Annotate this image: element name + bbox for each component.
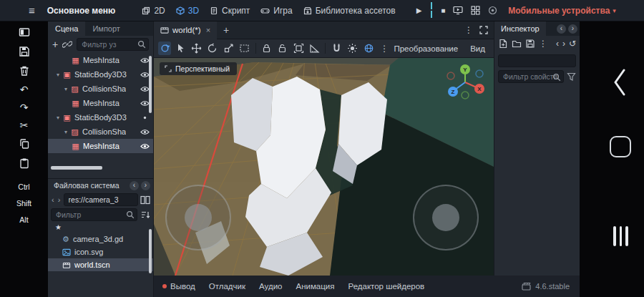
property-filter-field[interactable]	[498, 70, 564, 83]
expand-viewport-icon[interactable]	[479, 26, 488, 34]
sort-files-icon[interactable]	[141, 210, 150, 219]
snap-magnet-button[interactable]	[330, 42, 343, 55]
history-forward-icon[interactable]: ›	[562, 39, 565, 48]
tab-inspector[interactable]: Инспектор	[494, 21, 546, 36]
right-virtual-joystick[interactable]	[413, 185, 479, 250]
path-input[interactable]	[64, 193, 138, 206]
play-button[interactable]: ▶	[416, 7, 422, 14]
rotate-tool-button[interactable]	[206, 42, 219, 55]
instance-scene-button[interactable]	[62, 39, 72, 49]
undo-button[interactable]: ↶	[20, 84, 29, 94]
copy-button[interactable]	[19, 138, 30, 150]
tree-row-static-body[interactable]: ▾ ▣ StaticBody3D3	[48, 110, 153, 125]
paste-clipboard-button[interactable]	[19, 157, 30, 169]
box-select-tool-button[interactable]	[238, 42, 250, 55]
workspace-assetlib-button[interactable]: Библиотека ассетов	[303, 6, 396, 16]
file-filter-field[interactable]	[51, 208, 137, 221]
node-filter-field[interactable]	[77, 38, 149, 51]
viewport-menu-dots-icon[interactable]: ⋮	[378, 42, 391, 55]
android-back-chevron-icon[interactable]	[613, 69, 627, 96]
workspace-2d-button[interactable]: 2D	[142, 6, 165, 16]
resource-extra-menu-icon[interactable]: ⋮	[539, 39, 547, 48]
transform-menu[interactable]: Преобразование	[394, 44, 458, 53]
scene-tab-world[interactable]: world(*) ×	[154, 21, 217, 39]
tree-row-mesh-instance-selected[interactable]: ▦ MeshInsta	[48, 139, 153, 153]
visibility-eye-icon[interactable]	[140, 143, 150, 150]
debug-target-button[interactable]: Мобильные устройства ▾	[508, 6, 616, 16]
tree-row-collision-shape[interactable]: ▾ ▨ CollisionSha	[48, 125, 153, 139]
path-back-icon[interactable]: ‹	[51, 195, 55, 204]
modifier-key-shift[interactable]: Shift	[16, 199, 31, 208]
play-custom-scene-button[interactable]	[471, 6, 480, 15]
android-gesture-square-icon[interactable]	[610, 136, 631, 157]
filesystem-vertical-scrollbar[interactable]	[149, 229, 152, 273]
lock-button[interactable]	[260, 42, 273, 55]
main-menu-button[interactable]: Основное меню	[47, 6, 116, 16]
file-filter-input[interactable]	[51, 208, 137, 221]
android-gesture-bars-icon[interactable]	[613, 226, 628, 246]
path-forward-icon[interactable]: ›	[57, 195, 62, 204]
save-button[interactable]	[19, 46, 30, 57]
object-history-icon[interactable]: ↺	[569, 39, 576, 48]
modifier-key-alt[interactable]: Alt	[19, 215, 28, 224]
orbit-tool-button[interactable]	[158, 42, 171, 55]
visibility-eye-icon[interactable]	[140, 129, 150, 135]
load-resource-folder-button[interactable]	[512, 39, 522, 49]
unlock-button[interactable]	[276, 42, 289, 55]
tab-list-menu-icon[interactable]: ⋮	[464, 25, 473, 35]
close-tab-icon[interactable]: ×	[206, 26, 210, 34]
tree-row-mesh-instance[interactable]: ▦ MeshInsta	[48, 96, 153, 110]
file-row-gdscript[interactable]: ⚙ camera_3d.gd	[48, 233, 153, 245]
pause-button[interactable]	[429, 2, 433, 19]
view-menu[interactable]: Вид	[470, 44, 485, 53]
scene-tree-vertical-scrollbar[interactable]	[149, 56, 152, 113]
modifier-key-ctrl[interactable]: Ctrl	[18, 182, 29, 191]
tab-animation[interactable]: Анимация	[296, 282, 334, 291]
file-row-svg[interactable]: icon.svg	[48, 245, 153, 258]
history-back-icon[interactable]: ‹	[556, 39, 559, 48]
left-virtual-joystick[interactable]	[165, 185, 231, 250]
save-resource-button[interactable]	[525, 39, 535, 49]
stop-button[interactable]: ■	[441, 7, 445, 14]
cut-button[interactable]: ✂	[20, 120, 29, 130]
dock-forward-button[interactable]: ›	[141, 181, 150, 190]
axis-gizmo[interactable]: Y X Z	[442, 62, 488, 104]
workspace-3d-button[interactable]: 3D	[176, 6, 199, 16]
tab-audio[interactable]: Аудио	[259, 282, 282, 291]
perspective-menu-button[interactable]: Перспективный	[160, 62, 237, 75]
split-view-icon[interactable]	[140, 195, 150, 205]
tab-import[interactable]: Импорт	[85, 21, 127, 36]
workspace-script-button[interactable]: Скрипт	[210, 6, 250, 16]
filter-funnel-icon[interactable]	[567, 72, 576, 82]
collapse-arrow-icon[interactable]: ▾	[62, 129, 70, 135]
tree-row-mesh-instance[interactable]: ▦ MeshInsta	[48, 53, 153, 67]
movie-clapper-icon[interactable]	[522, 282, 531, 291]
redo-button[interactable]: ↷	[20, 102, 29, 112]
tree-row-static-body[interactable]: ▾ ▣ StaticBody3D3	[48, 67, 153, 82]
move-tool-button[interactable]	[190, 42, 203, 55]
workspace-game-button[interactable]: Игра	[260, 6, 292, 16]
select-tool-button[interactable]	[174, 42, 187, 55]
tab-scene[interactable]: Сцена	[48, 21, 85, 36]
movie-mode-button[interactable]	[488, 6, 497, 15]
new-scene-tab-button[interactable]: +	[223, 24, 229, 36]
delete-button[interactable]	[19, 65, 30, 77]
dock-panel-toggle-button[interactable]	[19, 26, 30, 38]
tree-row-collision-shape[interactable]: ▾ ▨ CollisionSha	[48, 82, 153, 96]
collapse-arrow-icon[interactable]: ▾	[62, 86, 70, 92]
new-resource-button[interactable]	[498, 39, 508, 49]
visibility-eye-icon[interactable]	[140, 115, 150, 121]
ruler-button[interactable]	[308, 42, 321, 55]
scene-tree-horizontal-scrollbar[interactable]	[51, 166, 102, 170]
dock-back-button[interactable]: ‹	[130, 181, 139, 190]
sun-light-button[interactable]	[346, 42, 359, 55]
object-name-input[interactable]	[498, 54, 576, 67]
collapse-arrow-icon[interactable]: ▾	[54, 72, 62, 78]
tab-debugger[interactable]: Отладчик	[209, 282, 245, 291]
favorites-section[interactable]: ★	[48, 222, 153, 233]
tab-output[interactable]: Вывод	[162, 282, 195, 291]
play-scene-button[interactable]	[453, 6, 463, 15]
collapse-arrow-icon[interactable]: ▾	[54, 115, 62, 121]
hamburger-menu-icon[interactable]: ≡	[29, 4, 35, 16]
group-button[interactable]	[292, 42, 305, 55]
